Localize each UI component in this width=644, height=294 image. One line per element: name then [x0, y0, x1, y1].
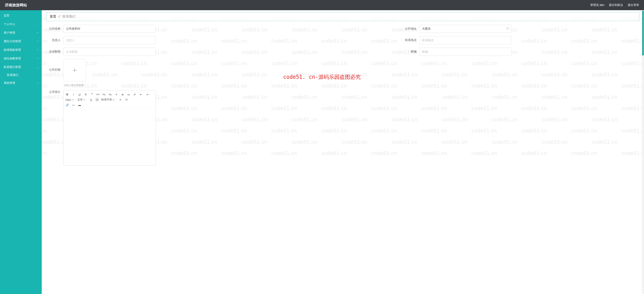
block-format-select[interactable]: 文本 ▴▾ [77, 98, 87, 102]
sidebar-subitem-contact-us[interactable]: 联系我们 [0, 71, 42, 79]
label-email: 企业邮箱 [46, 50, 60, 53]
admin-user-label[interactable]: 管理员 abo [590, 3, 604, 7]
sidebar-item-profile[interactable]: 个人中心 ﹀ [0, 20, 42, 29]
font-family-select[interactable]: 标准字体 ▴▾ [101, 98, 116, 102]
sidebar-item-contact-mgmt[interactable]: 联系我们管理 ︿ [0, 63, 42, 71]
input-company-addr[interactable] [420, 25, 512, 33]
image-button[interactable]: ▭ [72, 103, 76, 107]
location-icon[interactable] [506, 27, 510, 31]
bold-button[interactable]: B [65, 92, 69, 96]
text-color-button[interactable]: A [89, 98, 93, 102]
chevron-down-icon: ﹀ [36, 57, 39, 60]
header-actions: 管理员 abo 退出到前台 退出登录 [590, 3, 639, 7]
main-content: 首页 // 联系我们 公司名称 公司地址 [42, 10, 644, 294]
sidebar-item-home[interactable]: 首页 [0, 11, 42, 20]
strike-button[interactable]: S [84, 92, 88, 96]
italic-button[interactable]: I [72, 92, 76, 96]
input-email[interactable] [64, 48, 156, 56]
editor-content-area[interactable] [64, 108, 156, 165]
label-cover: 公司封面 [46, 68, 60, 72]
contact-form: 公司名称 公司地址 负责人 [46, 25, 640, 165]
svg-point-1 [508, 28, 508, 29]
label-responsible: 负责人 [46, 38, 60, 42]
top-header: 济南旅游网站 管理员 abo 退出到前台 退出登录 [0, 0, 644, 10]
ordered-list-button[interactable]: ≡ [114, 92, 118, 96]
superscript-button[interactable]: x² [133, 92, 137, 96]
sidebar-item-label: 联系我们管理 [4, 65, 21, 69]
sidebar-item-label: 疫情风险管理 [4, 48, 21, 52]
label-company-addr: 公司地址 [402, 27, 416, 31]
sidebar-item-scenic[interactable]: 景区介绍管理 ﹀ [0, 37, 42, 46]
code-button[interactable]: </> [96, 92, 100, 96]
sidebar-item-label: 游玩攻略管理 [4, 57, 21, 60]
breadcrumb-separator: // [58, 15, 60, 18]
vertical-scrollbar[interactable] [642, 10, 644, 294]
sidebar-item-label: 联系我们 [7, 73, 18, 77]
font-family-value: 标准字体 [101, 98, 112, 102]
input-responsible[interactable] [64, 36, 156, 44]
rich-text-editor: B I U S ❞ </> H₁ H₂ ≡ ≣ x₂ x² ⇤ [64, 90, 156, 165]
hr-button[interactable]: ▬ [78, 103, 82, 107]
block-format-value: 文本 [77, 98, 83, 102]
scrollbar-thumb[interactable] [642, 11, 644, 56]
h1-button[interactable]: H₁ [102, 92, 106, 96]
sidebar-item-label: 用户管理 [4, 31, 15, 35]
logout-link[interactable]: 退出登录 [628, 3, 639, 7]
subscript-button[interactable]: x₂ [127, 92, 131, 96]
left-sidebar: 首页 个人中心 ﹀ 用户管理 ﹀ 景区介绍管理 ﹀ 疫情风险管理 ﹀ 游玩攻略管… [0, 10, 42, 294]
chevron-down-icon: ﹀ [36, 40, 39, 43]
font-size-value: 14px [65, 98, 71, 101]
plus-icon [72, 67, 78, 73]
cover-upload-hint: 点击上传公司封面 [64, 84, 86, 87]
chevron-down-icon: ﹀ [36, 48, 39, 52]
breadcrumb: 首页 // 联系我们 [46, 12, 640, 21]
clear-format-button[interactable]: Tx [124, 98, 128, 102]
site-brand: 济南旅游网站 [5, 3, 27, 7]
editor-toolbar: B I U S ❞ </> H₁ H₂ ≡ ≣ x₂ x² ⇤ [64, 90, 156, 108]
h2-button[interactable]: H₂ [108, 92, 112, 96]
chevron-up-icon: ︿ [36, 66, 39, 69]
indent-right-button[interactable]: ⇥ [145, 92, 149, 96]
sidebar-item-system[interactable]: 系统管理 ﹀ [0, 79, 42, 87]
chevron-down-icon: ﹀ [36, 31, 39, 35]
chevron-down-icon: ﹀ [36, 23, 39, 26]
chevron-down-icon: ﹀ [36, 81, 39, 85]
font-size-select[interactable]: 14px ▴▾ [65, 98, 75, 101]
label-phone: 联系电话 [402, 38, 416, 42]
sidebar-item-label: 个人中心 [4, 22, 15, 26]
unordered-list-button[interactable]: ≣ [120, 92, 124, 96]
label-postcode: 邮编 [402, 50, 416, 53]
cover-upload-box[interactable] [64, 59, 86, 81]
quote-button[interactable]: ❞ [90, 92, 94, 96]
sidebar-item-label: 系统管理 [4, 81, 15, 85]
link-button[interactable]: 🔗 [65, 103, 69, 107]
chevron-updown-icon: ▴▾ [84, 99, 86, 101]
sidebar-item-label: 景区介绍管理 [4, 40, 21, 43]
sidebar-item-strategy[interactable]: 游玩攻略管理 ﹀ [0, 54, 42, 63]
breadcrumb-current: 联系我们 [62, 15, 76, 18]
underline-button[interactable]: U [78, 92, 82, 96]
input-postcode[interactable] [420, 48, 512, 56]
input-company-name[interactable] [64, 25, 156, 33]
label-intro: 公司简介 [46, 90, 60, 94]
chevron-updown-icon: ▴▾ [72, 99, 74, 101]
sidebar-item-label: 首页 [4, 14, 10, 17]
indent-left-button[interactable]: ⇤ [139, 92, 143, 96]
breadcrumb-root[interactable]: 首页 [50, 15, 56, 18]
input-phone[interactable] [420, 36, 512, 44]
bg-color-button[interactable]: A [95, 98, 99, 102]
sidebar-item-users[interactable]: 用户管理 ﹀ [0, 29, 42, 37]
chevron-updown-icon: ▴▾ [113, 99, 115, 101]
label-company-name: 公司名称 [46, 27, 60, 31]
back-to-front-link[interactable]: 退出到前台 [609, 3, 623, 7]
align-left-button[interactable]: ≡ [118, 98, 122, 102]
sidebar-item-risk[interactable]: 疫情风险管理 ﹀ [0, 46, 42, 54]
